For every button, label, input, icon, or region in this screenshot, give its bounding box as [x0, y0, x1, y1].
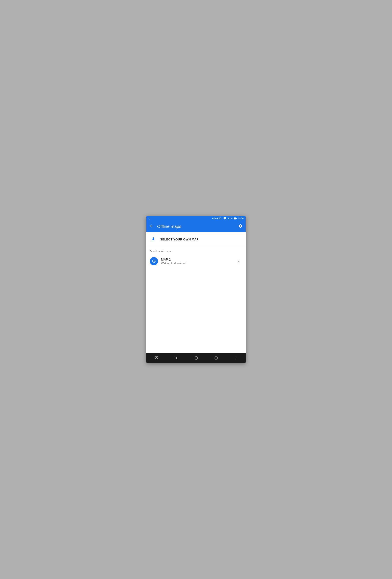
time-display: 19:30 [238, 217, 243, 220]
map-status: Waiting to download [161, 262, 234, 265]
nav-more-button[interactable] [230, 354, 241, 362]
nav-bar [146, 353, 246, 363]
status-left: ⊹ [149, 217, 150, 220]
map-info: MAP 2 Waiting to download [161, 258, 234, 265]
svg-rect-7 [215, 357, 217, 359]
settings-button[interactable] [238, 224, 243, 229]
nav-recents-button[interactable] [211, 354, 222, 362]
status-bar: ⊹ 0.00 KB/s 61% 19:30 [146, 216, 246, 221]
status-right: 0.00 KB/s 61% 19:30 [212, 217, 243, 220]
svg-point-9 [235, 358, 236, 358]
battery-icon [234, 217, 237, 219]
clock-icon [152, 259, 156, 263]
wifi-icon [223, 217, 227, 220]
battery-percent: 61% [228, 217, 232, 220]
svg-point-6 [195, 357, 198, 360]
notification-icon: ⊹ [149, 217, 150, 220]
map-status-icon [150, 257, 158, 265]
network-speed: 0.00 KB/s [212, 217, 222, 220]
downloaded-maps-label: Downloaded maps [146, 247, 246, 255]
page-title: Offline maps [157, 224, 238, 229]
nav-messages-button[interactable] [151, 354, 162, 362]
nav-home-button[interactable] [191, 354, 202, 362]
svg-rect-2 [236, 218, 237, 219]
map-more-button[interactable]: ⋮ [234, 257, 242, 266]
download-icon [151, 237, 156, 242]
download-icon-wrapper [150, 236, 157, 243]
svg-point-8 [235, 357, 236, 357]
map-list-item: MAP 2 Waiting to download ⋮ [146, 255, 246, 268]
map-name: MAP 2 [161, 258, 234, 261]
select-map-label: SELECT YOUR OWN MAP [160, 238, 199, 241]
back-button[interactable] [149, 224, 154, 229]
svg-point-10 [235, 359, 236, 359]
svg-rect-1 [234, 218, 236, 219]
app-bar: Offline maps [146, 221, 246, 232]
select-own-map-row[interactable]: SELECT YOUR OWN MAP [146, 232, 246, 247]
content-area: SELECT YOUR OWN MAP Downloaded maps MAP … [146, 232, 246, 353]
nav-back-button[interactable] [171, 354, 182, 362]
device-frame: ⊹ 0.00 KB/s 61% 19:30 Offline maps [146, 216, 246, 363]
